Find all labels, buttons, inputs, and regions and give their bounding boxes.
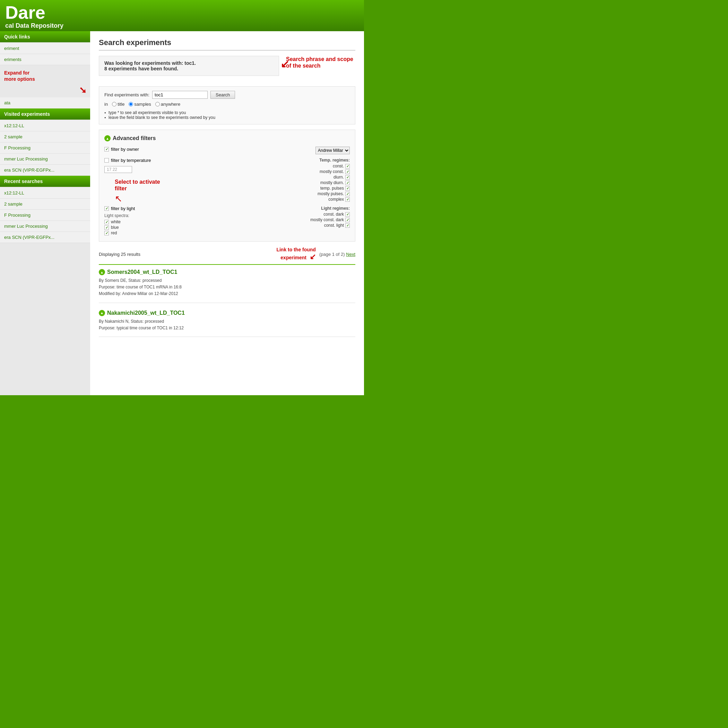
- experiment-1-meta: By Nakamichi N, Status: processed Purpos…: [99, 318, 355, 332]
- search-info-box: Was looking for experiments with: toc1. …: [99, 56, 279, 76]
- scope-anywhere-radio[interactable]: [155, 102, 160, 106]
- main-layout: Quick links eriment eriments Expand form…: [0, 31, 364, 395]
- search-label: Find experiments with:: [104, 92, 150, 98]
- recent-item-2[interactable]: F Processing: [0, 210, 90, 221]
- spectra-white-checkbox[interactable]: [104, 220, 109, 224]
- light-regime-mostly-const-dark-checkbox[interactable]: [345, 218, 350, 222]
- quick-links-header: Quick links: [0, 31, 90, 42]
- sidebar-item-data[interactable]: ata: [0, 98, 90, 109]
- regime-temp-pulses-checkbox[interactable]: [345, 186, 350, 191]
- regime-mostly-diurn: mostly diurn.: [318, 180, 350, 185]
- owner-select-area: Andrew Millar: [315, 147, 350, 154]
- regime-mostly-const-checkbox[interactable]: [345, 170, 350, 174]
- regime-mostly-pulses: mostly pulses.: [318, 191, 350, 196]
- scope-title-radio[interactable]: [112, 102, 116, 106]
- page-title: Search experiments: [99, 38, 355, 50]
- regime-mostly-diurn-checkbox[interactable]: [345, 180, 350, 185]
- search-button[interactable]: Search: [210, 91, 235, 99]
- sidebar: Quick links eriment eriments Expand form…: [0, 31, 90, 395]
- scope-title-option[interactable]: title: [112, 102, 124, 107]
- temp-input[interactable]: [104, 166, 132, 173]
- search-phrase-annotation-area: Search phrase and scope of the search: [286, 56, 355, 69]
- experiment-0-expand-icon[interactable]: ▲: [99, 269, 105, 275]
- scope-label: in: [104, 102, 108, 107]
- pagination-area: Link to the foundexperiment ↙ (page 1 of…: [276, 247, 355, 262]
- light-regime-mostly-const-dark: mostly const. dark: [310, 217, 350, 222]
- visited-item-1[interactable]: 2 sample: [0, 132, 90, 142]
- spectra-blue-checkbox[interactable]: [104, 225, 109, 230]
- scope-samples-radio[interactable]: [128, 102, 133, 106]
- scope-samples-option[interactable]: samples: [128, 102, 151, 107]
- regime-diurn-checkbox[interactable]: [345, 175, 350, 180]
- regime-complex-checkbox[interactable]: [345, 197, 350, 202]
- owner-select[interactable]: Andrew Millar: [315, 147, 350, 154]
- pagination-info: (page 1 of 2) Next: [319, 252, 355, 257]
- filter-owner-checkbox[interactable]: [104, 147, 109, 151]
- regime-complex: complex: [318, 197, 350, 202]
- regime-mostly-pulses-checkbox[interactable]: [345, 192, 350, 196]
- recent-item-4[interactable]: era SCN (VIPR-EGFPx...: [0, 232, 90, 243]
- visited-item-3[interactable]: mmer Luc Processing: [0, 154, 90, 165]
- temp-input-area: [104, 165, 151, 173]
- search-form: Find experiments with: Search in title s…: [99, 86, 355, 124]
- visited-item-0[interactable]: x12:12-LL: [0, 120, 90, 132]
- filter-light-checkbox-row: filter by light: [104, 206, 135, 211]
- experiment-0-meta: By Somers DE, Status: processed Purpose:…: [99, 277, 355, 297]
- main-content: Search experiments Was looking for exper…: [90, 31, 364, 395]
- scope-row: in title samples anywhere: [104, 102, 350, 107]
- light-regime-const-light-checkbox[interactable]: [345, 223, 350, 228]
- filter-temp-label: filter by temperature: [111, 158, 151, 163]
- scope-anywhere-option[interactable]: anywhere: [155, 102, 180, 107]
- experiment-title-row-0: ▲ Somers2004_wt_LD_TOC1: [99, 269, 355, 275]
- hint-2: leave the field blank to see the experim…: [104, 115, 350, 120]
- regime-const-checkbox[interactable]: [345, 164, 350, 168]
- sidebar-item-experiments[interactable]: eriments: [0, 54, 90, 65]
- search-hints: type * to see all experiments visible to…: [104, 110, 350, 120]
- visited-header: Visited experiments: [0, 109, 90, 119]
- recent-searches-header: Recent searches: [0, 176, 90, 187]
- spectra-red-checkbox[interactable]: [104, 231, 109, 236]
- spectra-white: white: [104, 219, 135, 224]
- experiment-result-1: ▲ Nakamichi2005_wt_LD_TOC1 By Nakamichi …: [99, 310, 355, 337]
- light-regime-const-light: const. light: [310, 223, 350, 228]
- experiment-1-title-link[interactable]: Nakamichi2005_wt_LD_TOC1: [107, 310, 185, 316]
- results-section: Displaying 25 results Link to the founde…: [99, 247, 355, 337]
- regime-diurn: diurn.: [318, 175, 350, 180]
- filter-temp-left: filter by temperature Select to activate…: [104, 158, 151, 173]
- light-regimes-area: Light regimes: const. dark mostly const.…: [310, 206, 350, 228]
- light-regime-const-dark-checkbox[interactable]: [345, 212, 350, 217]
- site-title: Dare: [5, 3, 359, 21]
- experiment-0-title-link[interactable]: Somers2004_wt_LD_TOC1: [107, 269, 177, 275]
- experiment-title-row-1: ▲ Nakamichi2005_wt_LD_TOC1: [99, 310, 355, 316]
- link-annotation-arrow: ↙: [310, 252, 316, 261]
- visited-item-2[interactable]: F Processing: [0, 142, 90, 154]
- filter-temp-checkbox-row: filter by temperature: [104, 158, 151, 163]
- results-header: Displaying 25 results Link to the founde…: [99, 247, 355, 265]
- results-count: Displaying 25 results: [99, 252, 141, 257]
- filter-temp-area: filter by temperature Select to activate…: [104, 158, 350, 202]
- link-annotation-area: Link to the foundexperiment ↙: [276, 247, 316, 262]
- expand-annotation-area: Expand formore options ➘: [0, 65, 90, 98]
- advanced-filters: ▲ Advanced filters filter by owner Andre…: [99, 130, 355, 242]
- filter-temp-checkbox[interactable]: [104, 158, 109, 162]
- select-annotation: Select to activatefilter: [115, 179, 160, 192]
- filters-expand-icon[interactable]: ▲: [104, 135, 110, 141]
- filter-light-checkbox[interactable]: [104, 206, 109, 211]
- filter-light-area: filter by light Light spectra: white blu…: [104, 206, 350, 236]
- recent-item-1[interactable]: 2 sample: [0, 199, 90, 210]
- filter-owner-label: filter by owner: [111, 147, 139, 152]
- temp-regimes-label: Temp. regimes:: [318, 158, 350, 162]
- filter-light-label: filter by light: [111, 206, 135, 211]
- recent-item-3[interactable]: mmer Luc Processing: [0, 221, 90, 232]
- filter-owner-left: filter by owner: [104, 147, 139, 152]
- search-input[interactable]: [152, 91, 208, 99]
- temp-regimes-area: Temp. regimes: const. mostly const. diur…: [318, 158, 350, 202]
- filter-owner-row: filter by owner Andrew Millar: [104, 147, 350, 154]
- light-regime-const-dark: const. dark: [310, 212, 350, 217]
- search-info-area: Was looking for experiments with: toc1. …: [99, 56, 355, 81]
- visited-item-4[interactable]: era SCN (VIPR-EGFPx...: [0, 165, 90, 176]
- recent-item-0[interactable]: x12:12-LL: [0, 188, 90, 199]
- next-link[interactable]: Next: [346, 252, 355, 257]
- experiment-1-expand-icon[interactable]: ▲: [99, 310, 105, 316]
- sidebar-item-experiment[interactable]: eriment: [0, 43, 90, 54]
